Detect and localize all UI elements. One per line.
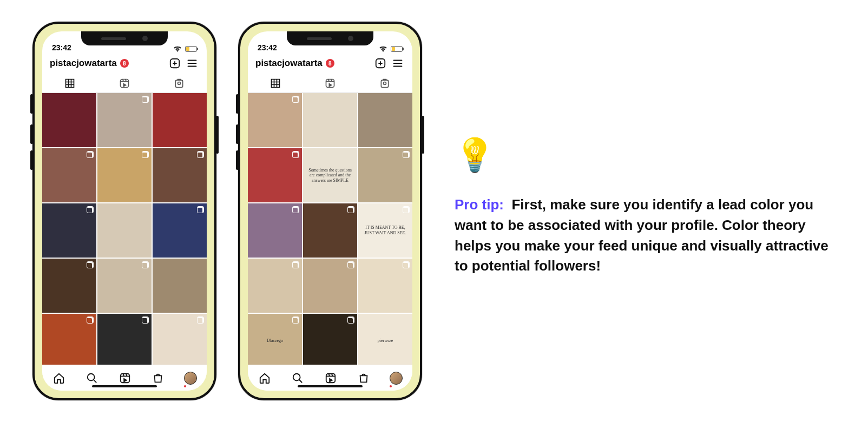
posts-grid[interactable] (42, 93, 207, 365)
post-thumbnail[interactable] (303, 259, 357, 313)
post-thumbnail[interactable] (358, 148, 412, 202)
phone-left: 23:42 pistacjowatarta 8 (32, 22, 216, 400)
pro-tip: 💡 Pro tip: First, make sure you identify… (455, 131, 836, 291)
post-thumbnail[interactable] (153, 203, 207, 258)
post-caption-overlay: IT IS MEANT TO BE, JUST WAIT AND SEE. (358, 203, 412, 258)
home-icon[interactable] (258, 371, 272, 385)
carousel-icon (197, 206, 204, 213)
post-thumbnail[interactable] (97, 148, 152, 202)
post-thumbnail[interactable] (153, 148, 207, 202)
create-post-button[interactable] (373, 56, 387, 70)
post-thumbnail[interactable] (248, 259, 302, 313)
screen: 23:42 pistacjowatarta 8 (42, 31, 207, 391)
profile-avatar[interactable] (184, 372, 197, 385)
reels-tab[interactable] (323, 76, 337, 90)
carousel-icon (292, 151, 299, 158)
menu-button[interactable] (185, 56, 199, 70)
carousel-icon (292, 206, 299, 213)
notch (81, 31, 168, 45)
search-icon[interactable] (291, 371, 305, 385)
carousel-icon (87, 151, 94, 158)
shop-icon[interactable] (357, 371, 371, 385)
status-time: 23:42 (52, 43, 71, 52)
post-caption-overlay: pierwsze (358, 314, 412, 365)
carousel-icon (403, 261, 410, 268)
post-caption-overlay: Dlaczego (248, 314, 302, 365)
username[interactable]: pistacjowatarta (255, 58, 323, 69)
notification-badge[interactable]: 8 (326, 59, 334, 68)
post-thumbnail[interactable] (42, 203, 96, 258)
battery-icon (185, 46, 197, 52)
post-thumbnail[interactable] (358, 259, 412, 313)
post-thumbnail[interactable]: Sometimes the questions are complicated … (303, 148, 357, 202)
carousel-icon (292, 96, 299, 103)
home-indicator[interactable] (92, 385, 157, 387)
carousel-icon (197, 151, 204, 158)
notification-dot-icon (390, 385, 392, 387)
post-thumbnail[interactable]: Dlaczego (248, 314, 302, 365)
tip-text: First, make sure you identify a lead col… (455, 196, 828, 274)
notification-badge[interactable]: 8 (120, 59, 129, 68)
post-thumbnail[interactable] (97, 259, 152, 313)
post-thumbnail[interactable] (248, 93, 302, 147)
carousel-icon (347, 261, 354, 268)
tip-label: Pro tip: (455, 196, 504, 213)
svg-point-9 (384, 82, 386, 84)
profile-tabs (42, 74, 207, 93)
post-thumbnail[interactable] (358, 93, 412, 147)
post-thumbnail[interactable] (42, 259, 96, 313)
post-thumbnail[interactable] (303, 93, 357, 147)
post-thumbnail[interactable] (248, 203, 302, 258)
svg-point-3 (178, 82, 181, 84)
carousel-icon (347, 316, 354, 324)
carousel-icon (292, 261, 299, 268)
tagged-tab[interactable] (172, 76, 186, 90)
reels-icon[interactable] (324, 371, 338, 385)
home-indicator[interactable] (298, 385, 363, 387)
carousel-icon (197, 316, 204, 324)
post-thumbnail[interactable] (97, 93, 152, 147)
post-thumbnail[interactable] (303, 203, 357, 258)
profile-avatar[interactable] (390, 372, 403, 385)
svg-point-10 (293, 373, 300, 380)
post-thumbnail[interactable]: IT IS MEANT TO BE, JUST WAIT AND SEE. (358, 203, 412, 258)
post-thumbnail[interactable] (303, 314, 357, 365)
carousel-icon (142, 96, 149, 103)
lightbulb-icon: 💡 (455, 131, 836, 179)
grid-tab[interactable] (268, 76, 282, 90)
notch (287, 31, 373, 45)
post-thumbnail[interactable] (42, 148, 96, 202)
grid-tab[interactable] (63, 76, 77, 90)
reels-icon[interactable] (118, 371, 132, 385)
svg-rect-8 (382, 80, 389, 87)
menu-button[interactable] (391, 56, 405, 70)
posts-grid[interactable]: Sometimes the questions are complicated … (248, 93, 412, 365)
tagged-tab[interactable] (378, 76, 392, 90)
shop-icon[interactable] (151, 371, 165, 385)
home-icon[interactable] (52, 371, 66, 385)
search-icon[interactable] (85, 371, 99, 385)
carousel-icon (87, 316, 94, 324)
post-thumbnail[interactable] (153, 314, 207, 365)
post-thumbnail[interactable] (42, 314, 96, 365)
post-thumbnail[interactable] (153, 259, 207, 313)
post-caption-overlay: Sometimes the questions are complicated … (303, 148, 357, 202)
post-thumbnail[interactable] (42, 93, 96, 147)
post-thumbnail[interactable] (153, 93, 207, 147)
post-thumbnail[interactable]: pierwsze (358, 314, 412, 365)
profile-header: pistacjowatarta 8 (42, 53, 207, 74)
status-time: 23:42 (258, 43, 277, 52)
post-thumbnail[interactable] (97, 203, 152, 258)
phone-mockups: 23:42 pistacjowatarta 8 (32, 22, 422, 400)
reels-tab[interactable] (117, 76, 131, 90)
battery-icon (391, 46, 403, 52)
carousel-icon (142, 151, 149, 158)
username[interactable]: pistacjowatarta (50, 58, 117, 69)
post-thumbnail[interactable] (248, 148, 302, 202)
create-post-button[interactable] (168, 56, 182, 70)
carousel-icon (142, 316, 149, 324)
tip-paragraph: Pro tip: First, make sure you identify a… (455, 195, 836, 276)
post-thumbnail[interactable] (97, 314, 152, 365)
svg-rect-2 (176, 80, 183, 87)
carousel-icon (347, 206, 354, 213)
